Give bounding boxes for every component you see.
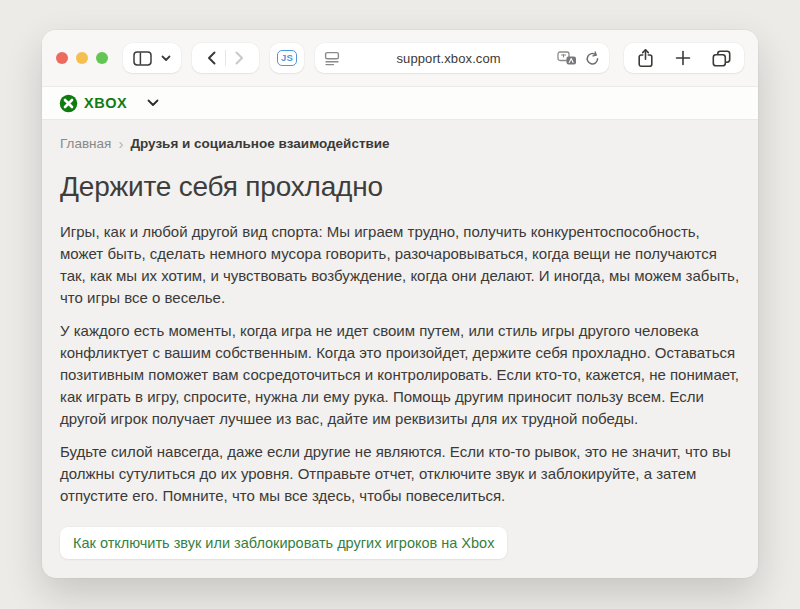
url-text[interactable]: support.xbox.com (348, 51, 549, 66)
sidebar-toggle-group (123, 43, 181, 73)
site-menu-chevron-icon[interactable] (147, 99, 159, 107)
breadcrumb-current: Друзья и социальное взаимодействие (130, 136, 389, 151)
breadcrumb-separator-icon: › (118, 136, 123, 151)
page-content: Главная › Друзья и социальное взаимодейс… (42, 120, 758, 559)
related-article-link[interactable]: Как отключить звук или заблокировать дру… (60, 527, 507, 559)
site-header: XBOX (42, 87, 758, 120)
share-icon[interactable] (637, 48, 654, 68)
js-extension-badge[interactable]: JS (270, 43, 304, 73)
article-paragraph-1: Игры, как и любой другой вид спорта: Мы … (60, 221, 740, 309)
zoom-window-button[interactable] (96, 52, 108, 64)
xbox-brand-label: XBOX (84, 95, 127, 111)
reload-icon[interactable] (585, 51, 600, 66)
browser-toolbar: JS support.xbox.com (42, 30, 758, 87)
tab-groups-chevron-icon[interactable] (161, 55, 171, 62)
xbox-logo-icon (59, 94, 78, 113)
sidebar-icon[interactable] (133, 51, 152, 66)
translate-icon[interactable] (557, 51, 577, 66)
page-title: Держите себя прохладно (60, 171, 740, 203)
minimize-window-button[interactable] (76, 52, 88, 64)
browser-window: JS support.xbox.com (42, 30, 758, 578)
breadcrumb-home-link[interactable]: Главная (60, 136, 111, 151)
toolbar-right-group (624, 43, 744, 73)
js-badge-label: JS (277, 50, 297, 66)
xbox-brand[interactable]: XBOX (59, 94, 127, 113)
reader-icon[interactable] (324, 51, 340, 66)
breadcrumb: Главная › Друзья и социальное взаимодейс… (60, 136, 740, 151)
address-bar[interactable]: support.xbox.com (315, 43, 609, 73)
nav-buttons-group (192, 43, 259, 73)
traffic-lights (56, 52, 108, 64)
close-window-button[interactable] (56, 52, 68, 64)
new-tab-icon[interactable] (675, 50, 691, 66)
address-bar-actions (557, 51, 600, 66)
article-paragraph-2: У каждого есть моменты, когда игра не ид… (60, 320, 740, 430)
forward-icon[interactable] (226, 45, 253, 71)
tabs-icon[interactable] (712, 50, 731, 67)
article-paragraph-3: Будьте силой навсегда, даже если другие … (60, 441, 740, 507)
back-icon[interactable] (198, 45, 225, 71)
